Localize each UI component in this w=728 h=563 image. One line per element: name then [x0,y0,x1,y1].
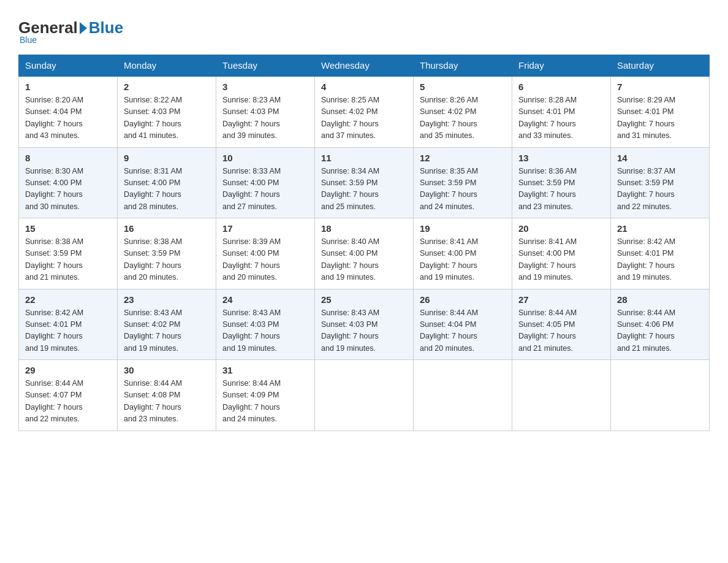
day-info-text: Sunrise: 8:44 AM Sunset: 4:04 PM Dayligh… [420,307,506,355]
day-number: 21 [617,223,703,234]
empty-day-cell [611,360,710,431]
day-number: 24 [222,294,308,305]
day-number: 26 [420,294,506,305]
day-info-text: Sunrise: 8:40 AM Sunset: 4:00 PM Dayligh… [321,236,407,284]
day-number: 29 [25,365,111,375]
calendar-day-cell: 29Sunrise: 8:44 AM Sunset: 4:07 PM Dayli… [19,360,118,431]
empty-day-cell [315,360,414,431]
day-info-text: Sunrise: 8:38 AM Sunset: 3:59 PM Dayligh… [25,236,111,284]
day-info-text: Sunrise: 8:33 AM Sunset: 4:00 PM Dayligh… [222,166,308,213]
day-number: 2 [124,82,210,92]
day-number: 16 [124,223,210,234]
day-number: 13 [518,153,604,163]
calendar-day-cell: 17Sunrise: 8:39 AM Sunset: 4:00 PM Dayli… [216,218,315,289]
calendar-day-cell: 2Sunrise: 8:22 AM Sunset: 4:03 PM Daylig… [118,76,216,147]
calendar-day-cell: 15Sunrise: 8:38 AM Sunset: 3:59 PM Dayli… [19,218,118,289]
calendar-week-row: 22Sunrise: 8:42 AM Sunset: 4:01 PM Dayli… [19,289,710,360]
calendar-day-cell: 11Sunrise: 8:34 AM Sunset: 3:59 PM Dayli… [315,147,414,218]
day-number: 22 [25,294,111,305]
day-info-text: Sunrise: 8:44 AM Sunset: 4:05 PM Dayligh… [518,307,604,355]
day-number: 28 [617,294,703,305]
day-info-text: Sunrise: 8:29 AM Sunset: 4:01 PM Dayligh… [617,94,703,142]
calendar-day-cell: 7Sunrise: 8:29 AM Sunset: 4:01 PM Daylig… [611,76,710,147]
calendar-day-cell: 13Sunrise: 8:36 AM Sunset: 3:59 PM Dayli… [512,147,611,218]
day-number: 7 [617,82,703,92]
day-info-text: Sunrise: 8:39 AM Sunset: 4:00 PM Dayligh… [222,236,308,284]
calendar-week-row: 8Sunrise: 8:30 AM Sunset: 4:00 PM Daylig… [19,147,710,218]
logo-arrow-icon [80,22,87,34]
day-info-text: Sunrise: 8:26 AM Sunset: 4:02 PM Dayligh… [420,94,506,142]
calendar-day-cell: 22Sunrise: 8:42 AM Sunset: 4:01 PM Dayli… [19,289,118,360]
weekday-header-saturday: Saturday [611,55,710,77]
calendar-day-cell: 5Sunrise: 8:26 AM Sunset: 4:02 PM Daylig… [414,76,512,147]
day-info-text: Sunrise: 8:37 AM Sunset: 3:59 PM Dayligh… [617,166,703,213]
calendar-week-row: 1Sunrise: 8:20 AM Sunset: 4:04 PM Daylig… [19,76,710,147]
day-info-text: Sunrise: 8:44 AM Sunset: 4:08 PM Dayligh… [124,378,210,426]
day-number: 23 [124,294,210,305]
calendar-week-row: 15Sunrise: 8:38 AM Sunset: 3:59 PM Dayli… [19,218,710,289]
calendar-day-cell: 1Sunrise: 8:20 AM Sunset: 4:04 PM Daylig… [19,76,118,147]
logo-blue-text: Blue [89,18,123,37]
day-info-text: Sunrise: 8:43 AM Sunset: 4:03 PM Dayligh… [222,307,308,355]
day-number: 14 [617,153,703,163]
weekday-header-friday: Friday [512,55,611,77]
calendar-day-cell: 24Sunrise: 8:43 AM Sunset: 4:03 PM Dayli… [216,289,315,360]
day-info-text: Sunrise: 8:36 AM Sunset: 3:59 PM Dayligh… [518,166,604,213]
calendar-day-cell: 28Sunrise: 8:44 AM Sunset: 4:06 PM Dayli… [611,289,710,360]
calendar-day-cell: 25Sunrise: 8:43 AM Sunset: 4:03 PM Dayli… [315,289,414,360]
day-number: 18 [321,223,407,234]
day-info-text: Sunrise: 8:44 AM Sunset: 4:06 PM Dayligh… [617,307,703,355]
day-info-text: Sunrise: 8:31 AM Sunset: 4:00 PM Dayligh… [124,166,210,213]
day-number: 10 [222,153,308,163]
day-number: 25 [321,294,407,305]
calendar-day-cell: 27Sunrise: 8:44 AM Sunset: 4:05 PM Dayli… [512,289,611,360]
day-number: 6 [518,82,604,92]
logo: General Blue Blue [18,18,123,45]
page-header: General Blue Blue [18,12,710,45]
day-info-text: Sunrise: 8:38 AM Sunset: 3:59 PM Dayligh… [124,236,210,284]
weekday-header-monday: Monday [118,55,216,77]
day-info-text: Sunrise: 8:22 AM Sunset: 4:03 PM Dayligh… [124,94,210,142]
day-number: 5 [420,82,506,92]
day-info-text: Sunrise: 8:44 AM Sunset: 4:07 PM Dayligh… [25,378,111,426]
calendar-day-cell: 21Sunrise: 8:42 AM Sunset: 4:01 PM Dayli… [611,218,710,289]
day-info-text: Sunrise: 8:43 AM Sunset: 4:02 PM Dayligh… [124,307,210,355]
calendar-day-cell: 30Sunrise: 8:44 AM Sunset: 4:08 PM Dayli… [118,360,216,431]
day-info-text: Sunrise: 8:20 AM Sunset: 4:04 PM Dayligh… [25,94,111,142]
calendar-day-cell: 12Sunrise: 8:35 AM Sunset: 3:59 PM Dayli… [414,147,512,218]
day-number: 1 [25,82,111,92]
day-number: 3 [222,82,308,92]
empty-day-cell [512,360,611,431]
calendar-day-cell: 9Sunrise: 8:31 AM Sunset: 4:00 PM Daylig… [118,147,216,218]
calendar-day-cell: 16Sunrise: 8:38 AM Sunset: 3:59 PM Dayli… [118,218,216,289]
calendar-day-cell: 26Sunrise: 8:44 AM Sunset: 4:04 PM Dayli… [414,289,512,360]
calendar-day-cell: 19Sunrise: 8:41 AM Sunset: 4:00 PM Dayli… [414,218,512,289]
calendar-table: SundayMondayTuesdayWednesdayThursdayFrid… [18,55,710,431]
calendar-day-cell: 10Sunrise: 8:33 AM Sunset: 4:00 PM Dayli… [216,147,315,218]
day-number: 27 [518,294,604,305]
day-number: 17 [222,223,308,234]
weekday-header-wednesday: Wednesday [315,55,414,77]
empty-day-cell [414,360,512,431]
day-number: 12 [420,153,506,163]
calendar-day-cell: 6Sunrise: 8:28 AM Sunset: 4:01 PM Daylig… [512,76,611,147]
day-info-text: Sunrise: 8:42 AM Sunset: 4:01 PM Dayligh… [617,236,703,284]
day-number: 30 [124,365,210,375]
day-number: 19 [420,223,506,234]
day-number: 9 [124,153,210,163]
day-info-text: Sunrise: 8:41 AM Sunset: 4:00 PM Dayligh… [420,236,506,284]
weekday-header-tuesday: Tuesday [216,55,315,77]
calendar-day-cell: 8Sunrise: 8:30 AM Sunset: 4:00 PM Daylig… [19,147,118,218]
day-info-text: Sunrise: 8:28 AM Sunset: 4:01 PM Dayligh… [518,94,604,142]
day-number: 11 [321,153,407,163]
calendar-day-cell: 20Sunrise: 8:41 AM Sunset: 4:00 PM Dayli… [512,218,611,289]
day-number: 15 [25,223,111,234]
day-info-text: Sunrise: 8:30 AM Sunset: 4:00 PM Dayligh… [25,166,111,213]
day-number: 20 [518,223,604,234]
calendar-day-cell: 31Sunrise: 8:44 AM Sunset: 4:09 PM Dayli… [216,360,315,431]
day-info-text: Sunrise: 8:25 AM Sunset: 4:02 PM Dayligh… [321,94,407,142]
day-info-text: Sunrise: 8:34 AM Sunset: 3:59 PM Dayligh… [321,166,407,213]
weekday-header-row: SundayMondayTuesdayWednesdayThursdayFrid… [19,55,710,77]
day-info-text: Sunrise: 8:42 AM Sunset: 4:01 PM Dayligh… [25,307,111,355]
weekday-header-sunday: Sunday [19,55,118,77]
